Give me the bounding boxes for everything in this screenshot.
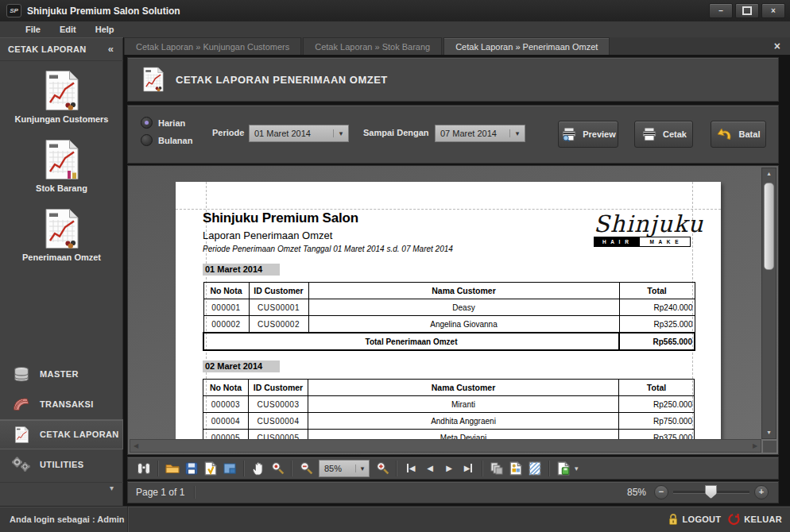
report-shortcut-penerimaan-omzet[interactable]: Penerimaan Omzet	[0, 201, 123, 270]
watermark-button[interactable]	[525, 459, 544, 477]
zoom-slider[interactable]	[673, 491, 749, 494]
nav-item-cetak-laporan[interactable]: CETAK LAPORAN	[0, 419, 123, 449]
next-page-button[interactable]: ▶	[440, 459, 459, 477]
preview-button-label: Preview	[583, 129, 616, 139]
export-button[interactable]	[554, 459, 573, 477]
sampai-dengan-select[interactable]: 07 Maret 2014 ▾	[435, 125, 525, 142]
save-button[interactable]	[182, 459, 201, 477]
radio-bulanan-icon	[141, 134, 153, 146]
report-table: No NotaID CustomerNama CustomerTotal0000…	[203, 282, 695, 351]
maximize-button[interactable]	[735, 3, 759, 18]
menu-item-file[interactable]: File	[17, 23, 48, 36]
exit-icon	[727, 513, 740, 526]
keluar-button[interactable]: KELUAR	[727, 513, 782, 526]
sidebar-nav: MASTER TRANSAKSI CETAK LAPORAN UTILITIES	[0, 359, 123, 480]
first-page-button[interactable]: ◀	[401, 459, 420, 477]
gears-icon	[11, 457, 32, 473]
last-page-button[interactable]: ▶	[459, 459, 478, 477]
menu-item-edit[interactable]: Edit	[52, 23, 84, 36]
scroll-right-icon[interactable]: ▶	[749, 440, 761, 452]
page-color-icon	[509, 461, 522, 476]
report-cell: Angelina Giovanna	[308, 316, 619, 333]
report-shortcut-label: Kunjungan Customers	[15, 114, 109, 124]
export-dropdown-arrow-icon[interactable]: ▾	[575, 465, 579, 472]
tab-cetak-laporan-penerimaan-omzet[interactable]: Cetak Laporan » Penerimaan Omzet	[443, 37, 610, 55]
page-color-button[interactable]	[506, 459, 525, 477]
lock-icon	[668, 513, 679, 526]
report-shortcut-kunjungan-customers[interactable]: Kunjungan Customers	[0, 63, 123, 132]
page-setup-button[interactable]	[220, 459, 239, 477]
collapse-icon[interactable]: «	[108, 43, 114, 55]
hand-tool-button[interactable]	[249, 459, 268, 477]
report-cell: Rp750.000	[619, 413, 695, 430]
menu-item-help[interactable]: Help	[87, 23, 122, 36]
multi-page-button[interactable]	[487, 459, 506, 477]
sidebar-report-shortcuts: Kunjungan Customers Stok Barang Penerima…	[0, 63, 123, 270]
scrollbar-corner	[763, 441, 776, 453]
report-header-panel: CETAK LAPORAN PENERIMAAN OMZET	[127, 57, 779, 102]
report-cell: 000001	[203, 299, 249, 316]
vertical-scroll-thumb[interactable]	[764, 183, 774, 270]
close-button[interactable]: ×	[761, 3, 785, 18]
vertical-scrollbar[interactable]: ▴ ▾	[761, 168, 776, 439]
zoom-tool-button[interactable]	[268, 459, 287, 477]
radio-bulanan[interactable]: Bulanan	[141, 134, 192, 146]
dropdown-arrow-icon: ▾	[509, 129, 525, 137]
tab-cetak-laporan-kunjungan-customers[interactable]: Cetak Laporan » Kunjungan Customers	[124, 37, 301, 55]
zoom-in-small-button[interactable]: +	[754, 485, 769, 499]
cetak-button[interactable]: Cetak	[634, 121, 693, 148]
open-icon	[165, 462, 180, 474]
report-header-row: No NotaID CustomerNama CustomerTotal	[203, 380, 695, 396]
zoom-out-button[interactable]	[296, 459, 316, 477]
prev-page-icon: ◀	[427, 464, 433, 472]
nav-item-label: TRANSAKSI	[40, 399, 94, 409]
report-document-icon	[44, 208, 80, 249]
report-shortcut-stok-barang[interactable]: Stok Barang	[0, 132, 123, 201]
report-cell: CUS00003	[249, 396, 308, 413]
page-setup-icon	[223, 462, 236, 475]
report-icon	[11, 426, 32, 443]
menubar: FileEditHelp	[0, 21, 790, 37]
database-icon	[11, 366, 32, 383]
report-row: 000002CUS00002Angelina GiovannaRp325.000	[203, 316, 695, 333]
nav-item-transaksi[interactable]: TRANSAKSI	[0, 389, 123, 419]
report-cell: 000004	[203, 413, 249, 430]
zoom-in-icon	[375, 461, 390, 476]
report-cell: Rp325.000	[619, 316, 695, 333]
zoom-in-button[interactable]	[373, 459, 392, 477]
zoom-slider-thumb[interactable]	[705, 485, 717, 499]
radio-harian[interactable]: Harian	[141, 117, 185, 129]
open-button[interactable]	[163, 459, 182, 477]
toolbar-separator	[243, 461, 245, 476]
report-total-label: Total Penerimaan Omzet	[203, 333, 619, 350]
report-row: 000001CUS00001DeasyRp240.000	[203, 299, 695, 316]
minimize-button[interactable]: –	[709, 3, 733, 18]
scroll-up-icon[interactable]: ▴	[762, 168, 776, 179]
nav-item-utilities[interactable]: UTILITIES	[0, 449, 123, 480]
find-button[interactable]	[134, 459, 153, 477]
zoom-select[interactable]: 85% ▾	[319, 460, 370, 477]
scroll-left-icon[interactable]: ◀	[130, 440, 141, 452]
tab-close-button[interactable]: ×	[774, 40, 780, 52]
window-title: Shinjuku Premium Salon Solution	[27, 6, 180, 17]
batal-button[interactable]: Batal	[711, 121, 766, 148]
report-column-header: Nama Customer	[308, 380, 619, 396]
report-cell: CUS00002	[249, 316, 308, 333]
zoom-out-icon	[299, 461, 314, 476]
zoom-out-small-button[interactable]: −	[654, 485, 668, 499]
logout-button[interactable]: LOGOUT	[668, 513, 722, 526]
nav-item-master[interactable]: MASTER	[0, 359, 123, 389]
print-setup-button[interactable]	[201, 459, 220, 477]
horizontal-scrollbar[interactable]: ◀ ▶	[130, 439, 761, 453]
report-column-header: No Nota	[203, 283, 249, 299]
scroll-down-icon[interactable]: ▾	[762, 427, 776, 438]
periode-select[interactable]: 01 Maret 2014 ▾	[249, 125, 349, 142]
section-date: 01 Maret 2014	[203, 264, 280, 276]
keluar-label: KELUAR	[744, 515, 782, 524]
prev-page-button[interactable]: ◀	[420, 459, 440, 477]
preview-button[interactable]: Preview	[558, 121, 618, 148]
sidebar: CETAK LAPORAN « Kunjungan Customers Stok…	[0, 37, 123, 506]
report-row: 000003CUS00003MirantiRp250.000	[203, 396, 695, 413]
sidebar-expander[interactable]: ▾	[0, 482, 123, 497]
tab-cetak-laporan-stok-barang[interactable]: Cetak Laporan » Stok Barang	[303, 37, 442, 55]
